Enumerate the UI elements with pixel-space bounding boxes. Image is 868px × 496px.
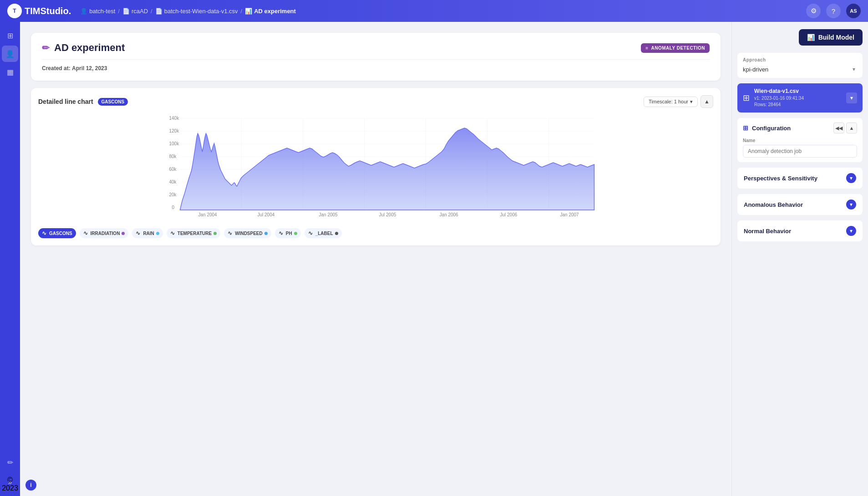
chart-badge: GASCONS [98,98,128,106]
legend-dot-ph [294,232,297,235]
svg-text:20k: 20k [169,192,177,197]
svg-text:Jan 2007: Jan 2007 [560,212,579,217]
breadcrumb-item-rcaad[interactable]: 📄 rcaAD [122,8,148,15]
sidebar-item-edit[interactable]: ✏ [2,454,18,470]
grid-icon: ⊞ [7,31,13,40]
logo: T TIMStudio. [7,4,71,18]
topnav: T TIMStudio. 👤 batch-test / 📄 rcaAD / 📄 … [0,0,868,22]
svg-text:Jan 2006: Jan 2006 [440,212,459,217]
collapse-icon: ▲ [849,125,854,131]
approach-label: Approach [743,57,857,62]
chart-path [180,128,594,210]
avatar[interactable]: AS [846,4,861,18]
breadcrumb-item-experiment[interactable]: 📊 AD experiment [245,8,296,15]
logo-text: TIMStudio. [25,6,71,16]
sidebar: ⊞ 👤 ▦ ✏ » © 2023 [0,22,20,496]
experiment-name: AD experiment [54,42,125,54]
center-panel: ✏ AD experiment ≡ ANOMALY DETECTION Crea… [20,22,731,496]
main-content: ✏ AD experiment ≡ ANOMALY DETECTION Crea… [20,22,868,496]
svg-text:100k: 100k [169,141,180,146]
sidebar-item-users[interactable]: 👤 [2,46,18,62]
legend-dot-label [335,232,338,235]
dataset-card: ⊞ Wien-data-v1.csv v1: 2023-01-16 09:41:… [737,83,863,112]
perspectives-toggle-icon: ▾ [846,173,856,183]
experiment-title: ✏ AD experiment [42,42,125,54]
svg-text:Jan 2005: Jan 2005 [319,212,338,217]
edit-icon: ✏ [7,458,13,467]
svg-text:Jan 2004: Jan 2004 [198,212,218,217]
config-title-text: Configuration [752,125,791,132]
experiment-icon: ✏ [42,42,50,53]
settings-icon-btn[interactable]: ⚙ [806,4,821,18]
back-icon: ◀◀ [835,125,843,131]
legend-item-rain[interactable]: ∿ RAIN [132,228,162,238]
perspectives-title: Perspectives & Sensitivity [744,175,817,182]
anomalous-title: Anomalous Behavior [744,201,803,208]
dataset-version: v1: 2023-01-16 09:41:34 Rows: 28464 [754,95,842,108]
anomaly-badge: ≡ ANOMALY DETECTION [641,43,710,53]
legend-item-label[interactable]: ∿ _LABEL [305,228,342,238]
approach-section: Approach kpi-driven unsupervised supervi… [737,53,863,78]
help-icon: ? [832,7,835,15]
sidebar-item-dashboard[interactable]: ▦ [2,64,18,80]
anomalous-toggle-icon: ▾ [846,199,856,210]
dataset-name: Wien-data-v1.csv [754,88,842,94]
legend-item-ph[interactable]: ∿ PH [275,228,301,238]
configuration-section: ⊞ Configuration ◀◀ ▲ Name [737,118,863,162]
dataset-expand-button[interactable]: ▾ [846,92,857,103]
expand-up-icon: ▲ [704,98,710,105]
info-icon: i [30,482,31,488]
perspectives-sensitivity-section[interactable]: Perspectives & Sensitivity ▾ [737,168,863,189]
timescale-button[interactable]: Timescale: 1 hour ▾ [644,97,698,107]
dropdown-icon: ▾ [690,99,693,105]
users-icon: 👤 [5,50,15,58]
svg-text:140k: 140k [169,116,180,121]
info-button[interactable]: i [25,480,36,491]
legend-dot-windspeed [264,232,268,235]
svg-text:Jul 2004: Jul 2004 [258,212,275,217]
legend-item-temperature[interactable]: ∿ TEMPERATURE [167,228,220,238]
sidebar-bottom: ✏ » © 2023 [2,454,18,491]
legend-item-gascons[interactable]: ∿ GASCONS [38,228,76,238]
anomalous-behavior-section[interactable]: Anomalous Behavior ▾ [737,194,863,215]
chart-header: Detailed line chart GASCONS Timescale: 1… [38,95,713,108]
chevron-down-icon: ▾ [850,175,853,181]
sidebar-item-grid[interactable]: ⊞ [2,27,18,44]
breadcrumb-item-csv[interactable]: 📄 batch-test-Wien-data-v1.csv [155,8,238,15]
config-back-button[interactable]: ◀◀ [833,123,844,133]
chart-title: Detailed line chart [38,98,93,105]
legend-item-windspeed[interactable]: ∿ WINDSPEED [224,228,271,238]
config-name-field: Name [743,138,857,158]
experiment-card: ✏ AD experiment ≡ ANOMALY DETECTION Crea… [31,33,721,81]
chart-card: Detailed line chart GASCONS Timescale: 1… [31,88,721,245]
legend-item-irradiation[interactable]: ∿ IRRADIATION [80,228,129,238]
legend-dot-irradiation [122,232,125,235]
chart-expand-button[interactable]: ▲ [700,95,713,108]
config-name-input[interactable] [743,145,857,158]
dashboard-icon: ▦ [7,68,14,77]
svg-text:Jul 2005: Jul 2005 [379,212,396,217]
line-chart: 140k 120k 100k 80k 60k 40k 20k 0 [38,112,713,221]
svg-text:60k: 60k [169,167,177,172]
gear-icon: ⚙ [811,7,817,15]
config-collapse-button[interactable]: ▲ [846,123,857,133]
breadcrumb-item-batchtest[interactable]: 👤 batch-test [80,8,115,15]
logo-circle: T [7,4,22,18]
approach-select[interactable]: kpi-driven unsupervised supervised [743,66,857,73]
dataset-icon: ⊞ [743,93,750,103]
svg-text:40k: 40k [169,179,177,184]
chart-icon: 📊 [807,34,815,41]
experiment-header: ✏ AD experiment ≡ ANOMALY DETECTION [42,42,710,54]
help-icon-btn[interactable]: ? [826,4,841,18]
svg-text:80k: 80k [169,154,177,159]
svg-text:0: 0 [172,205,175,210]
normal-title: Normal Behavior [744,228,791,235]
chart-legend: ∿ GASCONS ∿ IRRADIATION ∿ RAIN ∿ TEMPERA… [38,228,713,238]
chevron-down-icon: ▾ [850,201,853,208]
chevron-down-icon: ▾ [850,95,853,101]
legend-dot-temperature [213,232,217,235]
normal-behavior-section[interactable]: Normal Behavior ▾ [737,220,863,241]
svg-text:Jul 2006: Jul 2006 [500,212,518,217]
right-panel: 📊 Build Model Approach kpi-driven unsupe… [731,22,868,496]
build-model-button[interactable]: 📊 Build Model [799,29,863,46]
